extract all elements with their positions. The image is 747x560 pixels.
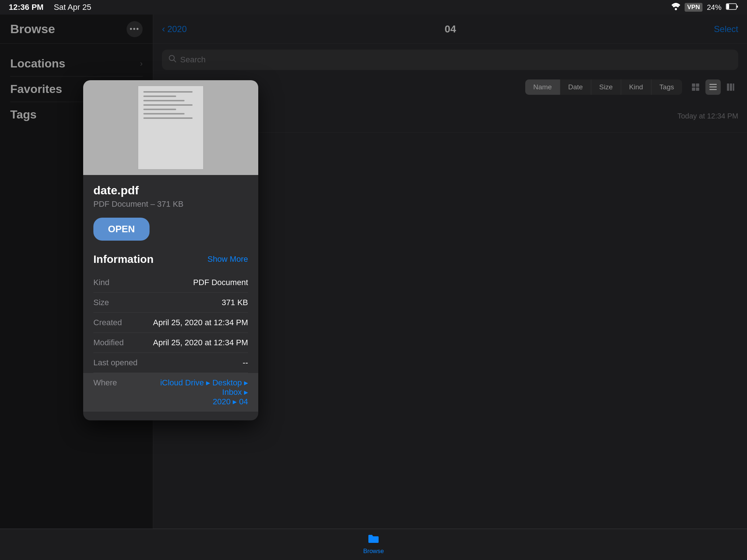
thumbnail-line: [143, 117, 193, 119]
info-row-last-opened: Last opened --: [93, 353, 248, 373]
thumbnail-line: [143, 109, 176, 110]
info-value-modified: April 25, 2020 at 12:34 PM: [153, 338, 248, 347]
info-row-created: Created April 25, 2020 at 12:34 PM: [93, 313, 248, 333]
popup-thumbnail: [83, 80, 258, 175]
status-date: Sat Apr 25: [54, 3, 91, 12]
tab-browse-label: Browse: [363, 548, 384, 555]
thumbnail-document: [138, 86, 204, 170]
info-label-modified: Modified: [93, 338, 124, 347]
popup-body: date.pdf PDF Document – 371 KB OPEN Info…: [83, 175, 258, 420]
thumbnail-line: [143, 113, 185, 114]
info-value-where[interactable]: iCloud Drive ▸ Desktop ▸ Inbox ▸2020 ▸ 0…: [146, 378, 248, 407]
info-title: Information: [93, 253, 154, 265]
info-value-size: 371 KB: [222, 298, 248, 307]
tab-bar: Browse: [0, 529, 747, 560]
info-label-where: Where: [93, 378, 117, 388]
status-time: 12:36 PM: [9, 3, 43, 12]
thumbnail-line: [143, 91, 193, 93]
info-value-last-opened: --: [243, 358, 248, 368]
browse-folder-icon: [368, 533, 379, 546]
info-header: Information Show More: [93, 253, 248, 265]
popup-filetype: PDF Document – 371 KB: [93, 199, 248, 209]
info-row-where: Where iCloud Drive ▸ Desktop ▸ Inbox ▸20…: [83, 373, 258, 412]
svg-rect-3: [737, 5, 738, 8]
file-preview-popup: date.pdf PDF Document – 371 KB OPEN Info…: [83, 80, 258, 420]
svg-rect-2: [727, 4, 729, 9]
info-row-kind: Kind PDF Document: [93, 273, 248, 293]
info-label-last-opened: Last opened: [93, 358, 138, 368]
svg-point-0: [675, 8, 677, 10]
info-label-size: Size: [93, 298, 109, 307]
wifi-icon: [671, 3, 680, 12]
show-more-button[interactable]: Show More: [208, 254, 248, 264]
status-left: 12:36 PM Sat Apr 25: [9, 3, 91, 12]
info-section: Information Show More Kind PDF Document …: [93, 253, 248, 412]
popup-filename: date.pdf: [93, 184, 248, 197]
battery-level: 24%: [707, 3, 721, 12]
info-row-modified: Modified April 25, 2020 at 12:34 PM: [93, 333, 248, 353]
thumbnail-line: [143, 96, 176, 97]
battery-icon: [726, 3, 738, 12]
info-value-kind: PDF Document: [193, 278, 248, 287]
open-button[interactable]: OPEN: [93, 218, 150, 241]
info-value-created: April 25, 2020 at 12:34 PM: [153, 318, 248, 327]
thumbnail-line: [143, 100, 185, 101]
status-bar: 12:36 PM Sat Apr 25 VPN 24%: [0, 0, 747, 15]
info-label-kind: Kind: [93, 278, 109, 287]
status-right: VPN 24%: [671, 3, 738, 12]
thumbnail-line: [143, 104, 193, 106]
info-row-size: Size 371 KB: [93, 293, 248, 313]
tab-item-browse[interactable]: Browse: [341, 533, 406, 555]
info-label-created: Created: [93, 318, 122, 327]
vpn-badge: VPN: [685, 3, 703, 12]
